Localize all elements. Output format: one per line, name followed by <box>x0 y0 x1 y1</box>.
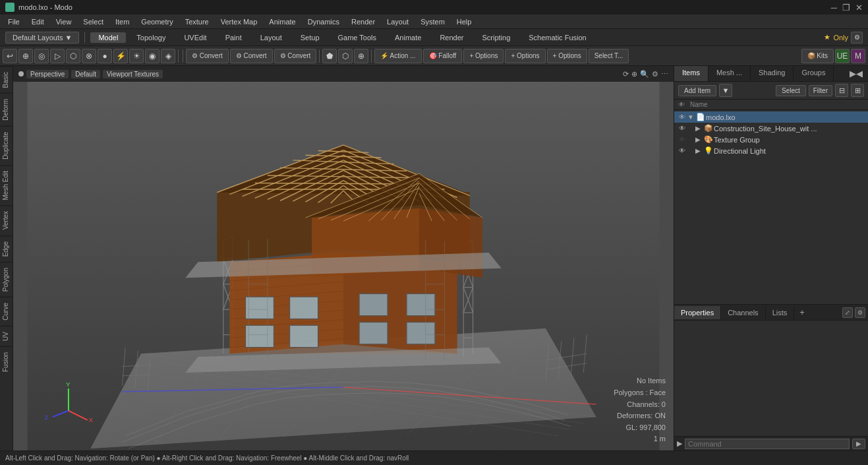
tab-shading[interactable]: Shading <box>751 66 794 81</box>
tree-item-root[interactable]: 👁 ▼ 📄 modo.lxo <box>674 111 868 123</box>
tool-icon-5[interactable]: ⊗ <box>82 49 96 63</box>
tool-icon-1[interactable]: ⊕ <box>18 49 33 63</box>
command-input[interactable] <box>685 439 850 449</box>
tool-icon-10[interactable]: ◈ <box>161 49 175 63</box>
tree-eye-light[interactable]: 👁 <box>677 147 687 154</box>
sidebar-tab-deform[interactable]: Deform <box>0 93 13 126</box>
menu-item-render[interactable]: Render <box>346 16 380 27</box>
menu-item-file[interactable]: File <box>3 16 25 27</box>
options-button-1[interactable]: + Options <box>505 49 545 63</box>
menu-item-view[interactable]: View <box>51 16 77 27</box>
sidebar-tab-vertex[interactable]: Vertex <box>0 205 13 235</box>
minimize-button[interactable]: ─ <box>831 3 837 13</box>
tree-eye-root[interactable]: 👁 <box>677 113 687 121</box>
menu-item-help[interactable]: Help <box>451 16 477 27</box>
layout-gear-icon[interactable]: ⚙ <box>851 32 863 44</box>
viewport-search-icon[interactable]: 🔍 <box>640 70 649 78</box>
maximize-button[interactable]: ❐ <box>842 3 850 13</box>
tab-items[interactable]: Items <box>674 66 709 81</box>
tree-eye-construction[interactable]: 👁 <box>677 125 687 132</box>
tool-icon-9[interactable]: ◉ <box>145 49 159 63</box>
add-item-dropdown-button[interactable]: ▼ <box>719 84 732 97</box>
sidebar-tab-uv[interactable]: UV <box>0 326 13 346</box>
tree-eye-texture[interactable]: 👁 <box>677 136 687 143</box>
viewport-3d[interactable]: Perspective Default Viewport Textures ⟳ … <box>13 66 674 450</box>
menu-item-texture[interactable]: Texture <box>180 16 214 27</box>
tool-icon-7[interactable]: ⚡ <box>113 49 128 63</box>
select-t-button[interactable]: Select T... <box>589 49 629 63</box>
tool-icon-8[interactable]: ☀ <box>129 49 144 63</box>
menu-item-geometry[interactable]: Geometry <box>136 16 178 27</box>
tool-icon-2[interactable]: ◎ <box>34 49 49 63</box>
tree-expand-construction[interactable]: ▶ <box>695 125 703 132</box>
convert-button-2[interactable]: ⚙ Convert <box>274 49 317 63</box>
select-button[interactable]: Select <box>776 85 806 96</box>
menu-item-system[interactable]: System <box>415 16 450 27</box>
layout-tab-layout[interactable]: Layout <box>252 32 290 43</box>
mode-icon-0[interactable]: ⬟ <box>322 49 337 63</box>
tree-item-construction[interactable]: 👁 ▶ 📦 Construction_Site_House_wit ... <box>674 123 868 134</box>
prop-tab-plus-button[interactable]: + <box>794 305 810 320</box>
items-tree[interactable]: 👁 ▼ 📄 modo.lxo 👁 ▶ 📦 Construction_Site_H… <box>674 110 868 304</box>
layout-tab-scripting[interactable]: Scripting <box>474 32 518 43</box>
layout-tab-game-tools[interactable]: Game Tools <box>330 32 385 43</box>
viewport-zoom-icon[interactable]: ⊕ <box>631 70 637 78</box>
menu-item-vertex map[interactable]: Vertex Map <box>216 16 263 27</box>
title-controls[interactable]: ─ ❐ ✕ <box>831 3 863 13</box>
filter-button[interactable]: Filter <box>809 85 832 96</box>
command-go-button[interactable]: ▶ <box>852 439 865 449</box>
viewport-view-type[interactable]: Perspective <box>26 70 69 78</box>
kits-button[interactable]: 📦 Kits <box>801 49 834 63</box>
tool-icon-6[interactable]: ● <box>98 49 112 63</box>
sidebar-tab-basic[interactable]: Basic <box>0 66 13 93</box>
convert-button-1[interactable]: ⚙ Convert <box>230 49 273 63</box>
prop-settings-icon[interactable]: ⚙ <box>855 307 865 318</box>
prop-tab-channels[interactable]: Channels <box>721 306 765 319</box>
sidebar-tab-polygon[interactable]: Polygon <box>0 262 13 297</box>
close-button[interactable]: ✕ <box>855 3 863 13</box>
panel-add-tab-button[interactable]: ▶◀ <box>844 66 868 81</box>
layout-tab-schematic-fusion[interactable]: Schematic Fusion <box>521 32 594 43</box>
viewport-shading-mode[interactable]: Default <box>71 70 100 78</box>
modo-icon-button[interactable]: M <box>851 49 865 63</box>
action-button[interactable]: ⚡ Action ... <box>374 49 421 63</box>
tree-expand-texture[interactable]: ▶ <box>695 136 703 143</box>
tab-groups[interactable]: Groups <box>794 66 834 81</box>
sidebar-tab-edge[interactable]: Edge <box>0 235 13 262</box>
panel-expand-button[interactable]: ⊟ <box>835 84 848 97</box>
menu-item-edit[interactable]: Edit <box>26 16 49 27</box>
layout-tab-setup[interactable]: Setup <box>293 32 328 43</box>
menu-item-select[interactable]: Select <box>78 16 109 27</box>
tool-icon-3[interactable]: ▷ <box>50 49 65 63</box>
layout-tab-topology[interactable]: Topology <box>129 32 173 43</box>
layout-tab-render[interactable]: Render <box>432 32 471 43</box>
mode-icon-2[interactable]: ⊕ <box>354 49 368 63</box>
panel-collapse-button[interactable]: ⊞ <box>851 84 864 97</box>
tab-mesh[interactable]: Mesh ... <box>709 66 751 81</box>
layout-tab-animate[interactable]: Animate <box>387 32 429 43</box>
viewport-more-icon[interactable]: ⋯ <box>661 70 668 78</box>
default-layouts-button[interactable]: Default Layouts ▼ <box>5 32 79 44</box>
ue-icon-button[interactable]: UE <box>835 49 850 63</box>
options-button-2[interactable]: + Options <box>547 49 587 63</box>
falloff-button[interactable]: 🎯 Falloff <box>423 49 463 63</box>
viewport-rotate-icon[interactable]: ⟳ <box>623 70 629 78</box>
tool-icon-4[interactable]: ⬡ <box>66 49 80 63</box>
options-button-0[interactable]: + Options <box>463 49 504 63</box>
sidebar-tab-curve[interactable]: Curve <box>0 297 13 326</box>
menu-item-dynamics[interactable]: Dynamics <box>303 16 345 27</box>
menu-item-item[interactable]: Item <box>110 16 134 27</box>
menu-item-layout[interactable]: Layout <box>382 16 414 27</box>
menu-item-animate[interactable]: Animate <box>264 16 301 27</box>
tree-item-light[interactable]: 👁 ▶ 💡 Directional Light <box>674 145 868 156</box>
add-item-button[interactable]: Add Item <box>678 85 716 96</box>
prop-tab-lists[interactable]: Lists <box>766 306 795 319</box>
tool-icon-0[interactable]: ↩ <box>3 49 17 63</box>
sidebar-tab-fusion[interactable]: Fusion <box>0 346 13 377</box>
sidebar-tab-duplicate[interactable]: Duplicate <box>0 126 13 165</box>
prop-tab-properties[interactable]: Properties <box>674 306 721 319</box>
tree-expand-root[interactable]: ▼ <box>687 113 695 121</box>
viewport-settings-icon[interactable]: ⚙ <box>652 70 658 78</box>
sidebar-tab-mesh-edit[interactable]: Mesh Edit <box>0 165 13 205</box>
mode-icon-1[interactable]: ⬡ <box>338 49 353 63</box>
